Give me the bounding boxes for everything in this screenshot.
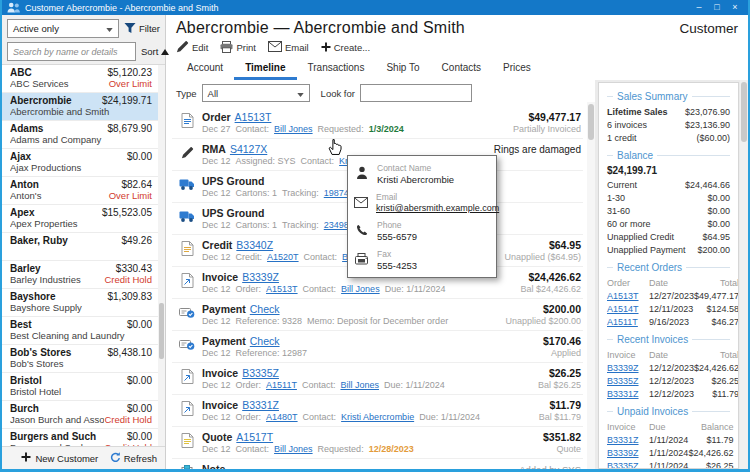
minimize-button[interactable]: – — [691, 1, 707, 14]
filter-button[interactable]: Filter — [124, 22, 160, 36]
customer-list-scrollbar[interactable] — [158, 65, 165, 446]
timeline-link[interactable]: A1513T — [266, 284, 298, 294]
summary-table-date: 12/27/2023 — [649, 289, 694, 302]
summary-table-link[interactable]: B3335Z — [607, 374, 649, 387]
sort-button-label: Sort — [141, 46, 158, 57]
email-button[interactable]: Email — [268, 41, 309, 54]
customer-list-item[interactable]: Ajax$0.00Ajax Productions — [2, 149, 158, 177]
timeline-link[interactable]: A1511T — [266, 380, 297, 390]
summary-table-link[interactable]: B3339Z — [607, 361, 649, 374]
timeline-link[interactable]: Bill Jones — [274, 124, 313, 134]
tab-account[interactable]: Account — [176, 59, 234, 80]
customer-list-item[interactable]: Bayshore$1,309.83Bayshore Supply — [2, 289, 158, 317]
active-filter-select[interactable]: Active only — [7, 19, 119, 38]
create-button[interactable]: Create... — [321, 42, 370, 54]
customer-sidebar: Active only Filter Sort — [2, 15, 166, 469]
printer-icon — [220, 41, 233, 55]
customer-list-item[interactable]: ABC$5,120.23ABC ServicesOver Limit — [2, 65, 158, 93]
summary-table-link[interactable]: A1513T — [607, 289, 649, 302]
timeline-detail-text: 12/28/2023 — [369, 444, 414, 454]
type-filter-select[interactable]: All — [202, 84, 310, 102]
summary-table-header: Balance — [688, 420, 733, 433]
entry-number-link[interactable]: B3331Z — [242, 399, 279, 411]
timeline-entry[interactable]: PaymentCheck$200.00Dec 12Reference: 9328… — [172, 299, 583, 331]
look-for-label: Look for — [321, 88, 355, 99]
entry-number-link[interactable]: A1513T — [235, 111, 272, 123]
entry-number-link[interactable]: B3339Z — [242, 271, 279, 283]
timeline-detail-text: Order: — [236, 412, 262, 422]
tab-prices[interactable]: Prices — [492, 59, 542, 80]
tab-ship-to[interactable]: Ship To — [375, 59, 430, 80]
customer-list-item[interactable]: Barley$330.43Barley IndustriesCredit Hol… — [2, 261, 158, 289]
customer-list: ABC$5,120.23ABC ServicesOver LimitAbercr… — [2, 64, 165, 446]
summary-scrollbar[interactable] — [740, 80, 748, 469]
timeline-link[interactable]: A1520T — [267, 252, 299, 262]
print-button[interactable]: Print — [220, 41, 256, 55]
entry-number-link[interactable]: A1517T — [236, 431, 273, 443]
maximize-button[interactable]: □ — [709, 1, 725, 14]
summary-table-link[interactable]: A1511T — [607, 315, 649, 328]
summary-section-heading: Recent Invoices — [607, 334, 730, 345]
summary-table-link[interactable]: B3331Z — [607, 433, 649, 446]
timeline-link[interactable]: A1480T — [266, 412, 298, 422]
customer-list-item[interactable]: Bob's Stores$8,438.10Bob's Stores — [2, 345, 158, 373]
customer-list-item[interactable]: Burch$0.00Jason Burch and AssociatesCred… — [2, 401, 158, 429]
timeline-entry[interactable]: NoteAdded by SYSDec 11Follow up by: SYSD… — [172, 459, 583, 469]
customer-status: Over Limit — [109, 190, 152, 201]
new-customer-button[interactable]: New Customer — [10, 452, 110, 464]
entry-amount: $200.00 — [543, 303, 581, 315]
timeline-detail-text: Reference: 12987 — [236, 348, 308, 358]
timeline-link[interactable]: Bill Jones — [341, 284, 380, 294]
tab-timeline[interactable]: Timeline — [234, 59, 296, 80]
entry-title: Order — [202, 111, 231, 123]
timeline-link[interactable]: Bill Jones — [340, 380, 379, 390]
entry-number-link[interactable]: B3340Z — [236, 239, 273, 251]
customer-company: Barley Industries — [10, 274, 104, 285]
tooltip-email-link[interactable]: kristi@abersmith.example.com — [376, 203, 499, 213]
close-button[interactable]: × — [727, 1, 743, 14]
look-for-input[interactable] — [360, 84, 472, 102]
entry-amount: $170.46 — [543, 335, 581, 347]
customer-list-item[interactable]: Abercrombie$24,199.71Abercrombie and Smi… — [2, 93, 158, 121]
summary-table-link[interactable]: B3331Z — [607, 387, 649, 400]
entry-number-link[interactable]: S4127X — [230, 143, 267, 155]
tab-contacts[interactable]: Contacts — [431, 59, 492, 80]
timeline-entry[interactable]: OrderA1513T$49,477.17Dec 27Contact:Bill … — [172, 107, 583, 139]
tooltip-field-value: 555-6579 — [377, 231, 417, 242]
tab-transactions[interactable]: Transactions — [297, 59, 376, 80]
timeline-link[interactable]: Kristi Abercrombie — [341, 412, 414, 422]
customer-list-item[interactable]: Burgers and Such$0.00Burgers and SuchCre… — [2, 429, 158, 446]
titlebar: Customer Abercrombie - Abercrombie and S… — [2, 0, 748, 15]
customer-list-item[interactable]: Apex$15,523.05Apex Properties — [2, 205, 158, 233]
record-tabs: AccountTimelineTransactionsShip ToContac… — [176, 59, 740, 80]
edit-button[interactable]: Edit — [176, 40, 208, 55]
summary-table-date: 12/12/2023 — [649, 361, 694, 374]
timeline-detail-text: Dec 12 — [202, 412, 231, 422]
summary-table-link[interactable]: B3339Z — [607, 446, 649, 459]
entry-number-link[interactable]: Check — [250, 303, 280, 315]
customer-list-item[interactable]: Best$0.00Best Cleaning and Laundry — [2, 317, 158, 345]
customer-list-item[interactable]: Anton$82.64Anton'sOver Limit — [2, 177, 158, 205]
customer-list-item[interactable]: Baker, Ruby$49.26 — [2, 233, 158, 261]
entry-number-link[interactable]: B3335Z — [242, 367, 279, 379]
timeline-link[interactable]: Bill Jones — [274, 444, 313, 454]
summary-table: OrderDateTotalA1513T12/27/2023$49,477.17… — [607, 276, 730, 328]
timeline-entry[interactable]: QuoteA1517T$351.82Dec 12Contact:Bill Jon… — [172, 427, 583, 459]
summary-table-link[interactable]: A1514T — [607, 302, 649, 315]
customer-name: Burgers and Such — [10, 431, 127, 442]
window-controls: –□× — [691, 1, 743, 14]
timeline-entry[interactable]: InvoiceB3331Z$11.79Dec 12Order:A1480TCon… — [172, 395, 583, 427]
summary-row: 1-30$0.00 — [607, 191, 730, 204]
timeline-entry[interactable]: InvoiceB3335Z$26.25Dec 12Order:A1511TCon… — [172, 363, 583, 395]
search-input[interactable] — [7, 42, 136, 61]
entry-number-link[interactable]: Check — [250, 335, 280, 347]
customer-list-item[interactable]: Bristol$0.00Bristol Hotel — [2, 373, 158, 401]
timeline-entry[interactable]: PaymentCheck$170.46Dec 12Reference: 1298… — [172, 331, 583, 363]
entry-status: Quote — [556, 444, 581, 454]
summary-table-link[interactable]: B3335Z — [607, 459, 649, 469]
timeline-detail-text: Dec 12 — [202, 252, 231, 262]
timeline-scrollbar[interactable] — [587, 102, 595, 469]
customer-list-item[interactable]: Adams$8,679.90Adams and Company — [2, 121, 158, 149]
refresh-button[interactable]: Refresh — [110, 452, 157, 465]
summary-table-date: 1/11/2024 — [649, 433, 688, 446]
